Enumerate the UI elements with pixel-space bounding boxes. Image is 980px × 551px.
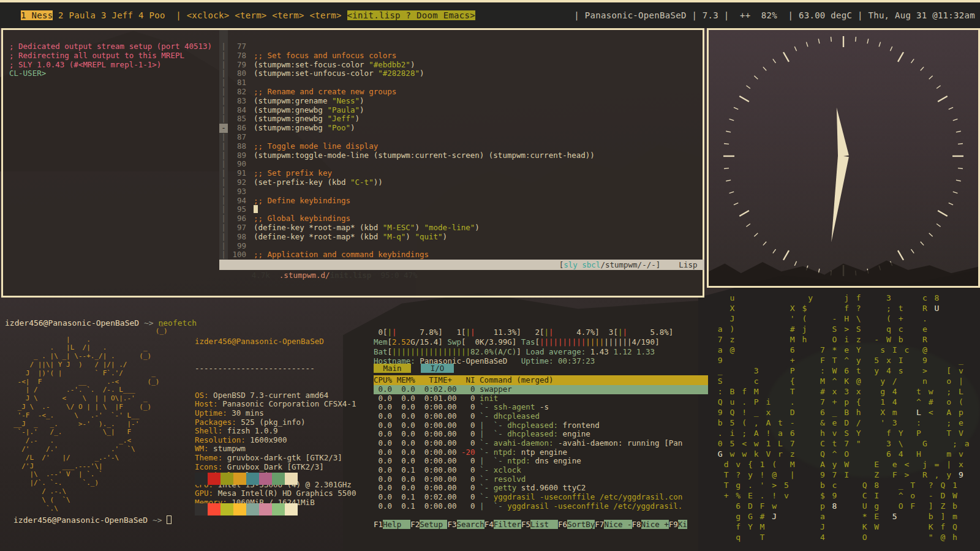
- neofetch-title: izder456@Panasonic-OpenBaSeD: [195, 337, 356, 347]
- process-row[interactable]: 0.0 0.0 0:02.00 0 swapper: [374, 385, 708, 394]
- line-number: 83: [228, 97, 246, 106]
- window-title-0[interactable]: <xclock>: [187, 10, 230, 20]
- process-table: 0.0 0.0 0:02.00 0 swapper 0.0 0.0 0:01.0…: [374, 385, 708, 511]
- gutter-mark-icon: |: [219, 61, 228, 70]
- gutter-mark-icon: |: [219, 151, 228, 160]
- process-row[interactable]: 0.0 0.0 0:00.00 0 `- resolvd: [374, 475, 708, 484]
- htop-tabs: Main I/O: [374, 363, 464, 373]
- clock-tick: [911, 59, 914, 62]
- gutter-mark-icon: |: [219, 142, 228, 151]
- neofetch-terminal[interactable]: izder456@Panasonic-OpenBaSeD ~> neofetch…: [5, 300, 368, 545]
- sly-rest: /stumpwm/-/-]: [600, 260, 660, 269]
- process-row[interactable]: 0.0 0.0 0:00.00 -20 `- ntpd: ntp engine: [374, 448, 708, 457]
- process-row[interactable]: 0.0 0.0 0:00.00 0 `- avahi-daemon: -avah…: [374, 439, 708, 448]
- fkey-f5[interactable]: F5List: [521, 520, 558, 529]
- group-4[interactable]: 4 Poo: [138, 10, 165, 20]
- clock-tick: [890, 47, 892, 51]
- gutter-mark-icon: |: [219, 42, 228, 51]
- matrix-row: _ 3 P : W 6 t y 4 s > [ v: [712, 365, 980, 376]
- process-row[interactable]: 0.0 0.0 0:00.00 0 | `- dhcpleased: engin…: [374, 430, 708, 439]
- repl-prompt[interactable]: CL-USER>: [9, 69, 219, 78]
- clock-tick: [746, 86, 750, 89]
- shell-prompt-idle[interactable]: izder456@Panasonic-OpenBaSeD ~>: [13, 515, 172, 525]
- line-number: 85: [228, 114, 246, 124]
- sly-repl-pane[interactable]: ; Dedicated output stream setup (port 40…: [3, 30, 219, 296]
- matrix-row: G w w k V r z Q ^ O 6 4 H m v: [712, 449, 980, 459]
- process-table-header[interactable]: CPU% MEM% TIME+ NI Command (merged): [374, 375, 708, 385]
- clock-tick: [879, 42, 880, 47]
- palette-swatch: [221, 473, 233, 485]
- repl-output-line: ; SLY 1.0.43 (#<MREPL mrepl-1-1>): [9, 61, 219, 70]
- fkey-f7[interactable]: F7Nice -: [595, 520, 631, 529]
- palette-swatch: [259, 473, 272, 485]
- fkey-f8[interactable]: F8Nice +: [632, 520, 669, 529]
- code-line: |92(set-prefix-key (kbd "C-t")): [219, 178, 704, 187]
- code-line: |79(stumpwm:set-focus-color "#ebdbb2"): [219, 61, 704, 70]
- stumpwm-modeline: 1 Ness 2 Paula 3 Jeff 4 Poo | <xclock> <…: [0, 2, 980, 28]
- palette-swatch: [208, 473, 221, 485]
- line-number: 99: [228, 242, 246, 251]
- palette-swatch: [246, 503, 259, 515]
- fkey-f2[interactable]: F2Setup: [410, 520, 447, 529]
- gutter-mark-icon: |: [219, 223, 228, 233]
- process-row[interactable]: 0.0 0.0 0:00.00 0 `- dhcpleased: [374, 412, 708, 421]
- matrix-row: + % E . ! v $ 9 C I ^ o - D W: [712, 490, 980, 501]
- group-3[interactable]: 3 Jeff: [101, 10, 133, 20]
- matrix-row: 9 Q ! _ x D 6 _ B h X m L < A p: [712, 407, 980, 418]
- htop-tab-main[interactable]: Main: [374, 364, 411, 373]
- info-row: Packages: 525 (pkg_info): [195, 418, 356, 427]
- process-row[interactable]: 0.0 0.1 0:00.00 0 `- xclock: [374, 466, 708, 475]
- group-2[interactable]: 2 Paula: [58, 10, 96, 20]
- prompt-symbol: ~>: [148, 515, 167, 525]
- palette-swatch: [285, 503, 298, 515]
- htop-tab-io[interactable]: I/O: [421, 364, 454, 373]
- fkey-f1[interactable]: F1Help: [374, 520, 410, 529]
- meter-line: Mem[2.52G/15.4] Swp[ 0K/3.99G] Tas[|||||…: [374, 337, 708, 347]
- analog-clock: [709, 30, 978, 286]
- window-title-2[interactable]: <term>: [272, 10, 304, 20]
- fkey-f9[interactable]: F9Ki: [669, 520, 687, 529]
- gutter-mark-icon: -: [219, 124, 228, 133]
- file-name: init.lisp: [330, 271, 372, 280]
- clock-tick: [938, 96, 948, 102]
- group-1[interactable]: 1 Ness: [21, 10, 53, 20]
- matrix-row: 7 z M h O i z - W b R: [712, 334, 980, 345]
- code-editor-pane[interactable]: |77|78;; Set focus and unfocus colors|79…: [219, 30, 704, 260]
- fkey-f6[interactable]: F6SortBy: [558, 520, 595, 529]
- code-line: |88;; Toggle mode line display: [219, 142, 704, 151]
- prompt-user: izder456@Panasonic-OpenBaSeD: [13, 515, 148, 525]
- sly-connection: sly sbcl: [564, 260, 600, 269]
- window-title-3[interactable]: <term>: [309, 10, 341, 20]
- matrix-row: S c { M ^ K @ y / n o |: [712, 376, 980, 386]
- process-row[interactable]: 0.0 0.0 0:00.00 0 | `- ntpd: dns engine: [374, 457, 708, 466]
- gutter-mark-icon: |: [219, 197, 228, 206]
- clock-tick: [921, 242, 924, 246]
- process-row[interactable]: 0.0 0.0 0:01.00 0 init: [374, 394, 708, 403]
- matrix-rain-terminal: u y j f 3 c 8 X X $ f ? ; t R U J ' ( - …: [712, 293, 980, 551]
- line-number: 89: [228, 151, 246, 160]
- process-row[interactable]: 0.0 0.0 0:00.00 0 | `- dhcpleased: front…: [374, 421, 708, 430]
- matrix-row: T ? y ! @ | 9 7 I Z F > R , y 9: [712, 470, 980, 480]
- window-title-1[interactable]: <term>: [235, 10, 266, 20]
- process-row[interactable]: 0.0 0.0 0:00.00 0 `- getty std.9600 ttyC…: [374, 484, 708, 493]
- gutter-mark-icon: |: [219, 114, 228, 124]
- process-row[interactable]: 0.0 0.1 0:02.00 0 `- yggdrasil -useconff…: [374, 493, 708, 502]
- code-line: |78;; Set focus and unfocus colors: [219, 51, 704, 61]
- clock-tick: [729, 192, 734, 193]
- window-title-active[interactable]: <init.lisp ? Doom Emacs>: [347, 10, 476, 20]
- separator: |: [170, 10, 186, 20]
- process-row[interactable]: 0.0 0.0 0:00.00 0 `- ssh-agent -s: [374, 403, 708, 412]
- fkey-f3[interactable]: F3Search: [447, 520, 484, 529]
- palette-row-bright: [195, 503, 298, 515]
- info-row: Uptime: 30 mins: [195, 409, 356, 418]
- major-mode: Lisp: [679, 260, 702, 269]
- code-line: |91;; Set prefix key: [219, 169, 704, 178]
- process-row[interactable]: 0.0 0.1 0:00.00 0 | `- yggdrasil -usecon…: [374, 502, 708, 511]
- line-number: 90: [228, 160, 246, 169]
- fkey-f4[interactable]: F4Filter: [484, 520, 521, 529]
- matrix-row: X X $ f ? ; t R U: [712, 303, 980, 313]
- code-line: |98(define-key *root-map* (kbd "M-q") "q…: [219, 233, 704, 242]
- matrix-row: 6 D F w p 8 U g O F ] Z b: [712, 501, 980, 511]
- gutter-mark-icon: |: [219, 97, 228, 106]
- matrix-row: : B f M T # x 3 x g 4 t w ; L: [712, 386, 980, 397]
